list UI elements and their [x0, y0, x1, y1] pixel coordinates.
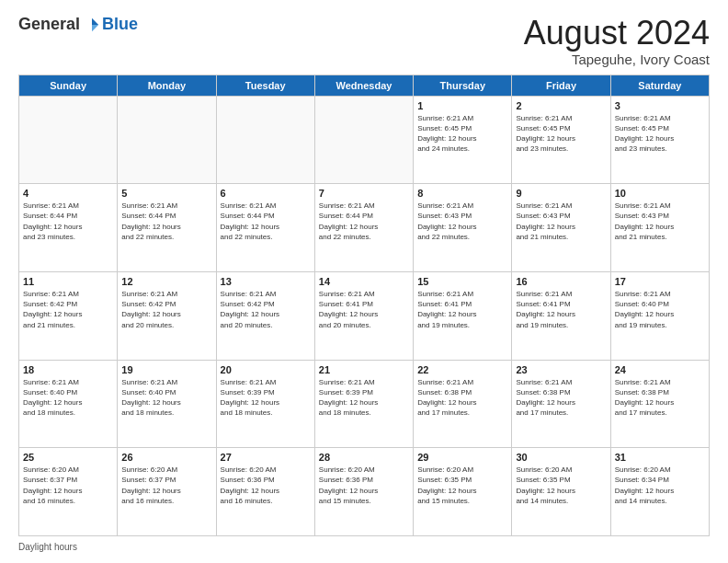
day-number: 30 — [516, 452, 606, 463]
day-info: Sunrise: 6:21 AM Sunset: 6:40 PM Dayligh… — [23, 377, 113, 419]
day-info: Sunrise: 6:21 AM Sunset: 6:42 PM Dayligh… — [121, 289, 211, 330]
calendar-cell: 16Sunrise: 6:21 AM Sunset: 6:41 PM Dayli… — [512, 271, 610, 360]
day-number: 2 — [516, 100, 606, 111]
day-number: 16 — [516, 276, 606, 287]
day-info: Sunrise: 6:21 AM Sunset: 6:38 PM Dayligh… — [615, 377, 705, 419]
calendar-cell: 14Sunrise: 6:21 AM Sunset: 6:41 PM Dayli… — [314, 271, 413, 360]
calendar-cell: 22Sunrise: 6:21 AM Sunset: 6:38 PM Dayli… — [414, 360, 512, 448]
calendar-cell: 27Sunrise: 6:20 AM Sunset: 6:36 PM Dayli… — [216, 448, 314, 536]
calendar-cell: 29Sunrise: 6:20 AM Sunset: 6:35 PM Dayli… — [414, 448, 512, 536]
day-number: 3 — [615, 100, 705, 111]
logo-icon — [84, 17, 100, 33]
day-info: Sunrise: 6:20 AM Sunset: 6:37 PM Dayligh… — [23, 465, 113, 506]
day-number: 12 — [121, 276, 211, 287]
calendar-week-5: 25Sunrise: 6:20 AM Sunset: 6:37 PM Dayli… — [19, 448, 710, 536]
day-number: 13 — [221, 276, 311, 287]
day-info: Sunrise: 6:21 AM Sunset: 6:44 PM Dayligh… — [319, 201, 409, 242]
calendar-cell: 28Sunrise: 6:20 AM Sunset: 6:36 PM Dayli… — [314, 448, 413, 536]
day-number: 9 — [516, 188, 606, 199]
day-info: Sunrise: 6:21 AM Sunset: 6:40 PM Dayligh… — [615, 289, 705, 330]
day-info: Sunrise: 6:20 AM Sunset: 6:36 PM Dayligh… — [319, 465, 409, 506]
day-number: 28 — [319, 452, 409, 463]
day-number: 8 — [417, 188, 507, 199]
day-number: 27 — [221, 452, 311, 463]
month-year: August 2024 — [524, 15, 710, 52]
calendar-cell: 6Sunrise: 6:21 AM Sunset: 6:44 PM Daylig… — [216, 184, 314, 272]
day-info: Sunrise: 6:21 AM Sunset: 6:39 PM Dayligh… — [221, 377, 311, 419]
calendar-cell: 20Sunrise: 6:21 AM Sunset: 6:39 PM Dayli… — [216, 360, 314, 448]
day-number: 26 — [121, 452, 211, 463]
calendar-cell: 8Sunrise: 6:21 AM Sunset: 6:43 PM Daylig… — [414, 184, 512, 272]
header: General Blue August 2024 Tapeguhe, Ivory… — [18, 15, 710, 67]
calendar-header-friday: Friday — [512, 75, 610, 96]
calendar-header-sunday: Sunday — [19, 75, 118, 96]
calendar-cell: 19Sunrise: 6:21 AM Sunset: 6:40 PM Dayli… — [118, 360, 216, 448]
day-info: Sunrise: 6:21 AM Sunset: 6:43 PM Dayligh… — [615, 201, 705, 242]
day-info: Sunrise: 6:21 AM Sunset: 6:39 PM Dayligh… — [319, 377, 409, 419]
calendar-cell: 11Sunrise: 6:21 AM Sunset: 6:42 PM Dayli… — [19, 271, 118, 360]
day-info: Sunrise: 6:21 AM Sunset: 6:41 PM Dayligh… — [417, 289, 507, 330]
calendar-cell: 30Sunrise: 6:20 AM Sunset: 6:35 PM Dayli… — [512, 448, 610, 536]
footer: Daylight hours — [18, 542, 710, 552]
page: General Blue August 2024 Tapeguhe, Ivory… — [0, 0, 728, 563]
day-info: Sunrise: 6:20 AM Sunset: 6:36 PM Dayligh… — [221, 465, 311, 506]
calendar-header-monday: Monday — [118, 75, 216, 96]
calendar-cell: 1Sunrise: 6:21 AM Sunset: 6:45 PM Daylig… — [414, 96, 512, 184]
calendar-cell: 10Sunrise: 6:21 AM Sunset: 6:43 PM Dayli… — [610, 184, 709, 272]
calendar-cell — [216, 96, 314, 184]
day-number: 17 — [615, 276, 705, 287]
calendar-cell: 4Sunrise: 6:21 AM Sunset: 6:44 PM Daylig… — [19, 184, 118, 272]
day-number: 20 — [221, 364, 311, 375]
day-info: Sunrise: 6:20 AM Sunset: 6:34 PM Dayligh… — [615, 465, 705, 506]
day-info: Sunrise: 6:21 AM Sunset: 6:38 PM Dayligh… — [516, 377, 606, 419]
day-number: 10 — [615, 188, 705, 199]
day-number: 25 — [23, 452, 113, 463]
day-number: 5 — [121, 188, 211, 199]
title-area: August 2024 Tapeguhe, Ivory Coast — [524, 15, 710, 67]
logo-blue: Blue — [102, 15, 138, 34]
calendar-cell: 2Sunrise: 6:21 AM Sunset: 6:45 PM Daylig… — [512, 96, 610, 184]
day-number: 7 — [319, 188, 409, 199]
calendar-header-wednesday: Wednesday — [314, 75, 413, 96]
calendar-week-2: 4Sunrise: 6:21 AM Sunset: 6:44 PM Daylig… — [19, 184, 710, 272]
day-number: 24 — [615, 364, 705, 375]
day-number: 21 — [319, 364, 409, 375]
day-info: Sunrise: 6:21 AM Sunset: 6:45 PM Dayligh… — [615, 113, 705, 155]
day-info: Sunrise: 6:21 AM Sunset: 6:41 PM Dayligh… — [319, 289, 409, 330]
day-info: Sunrise: 6:21 AM Sunset: 6:45 PM Dayligh… — [417, 113, 507, 155]
day-info: Sunrise: 6:21 AM Sunset: 6:38 PM Dayligh… — [417, 377, 507, 419]
day-info: Sunrise: 6:21 AM Sunset: 6:43 PM Dayligh… — [516, 201, 606, 242]
day-number: 6 — [221, 188, 311, 199]
calendar-cell: 26Sunrise: 6:20 AM Sunset: 6:37 PM Dayli… — [118, 448, 216, 536]
location: Tapeguhe, Ivory Coast — [524, 52, 710, 67]
calendar-header-thursday: Thursday — [414, 75, 512, 96]
calendar-cell: 9Sunrise: 6:21 AM Sunset: 6:43 PM Daylig… — [512, 184, 610, 272]
day-info: Sunrise: 6:21 AM Sunset: 6:44 PM Dayligh… — [121, 201, 211, 242]
day-number: 18 — [23, 364, 113, 375]
calendar-header-tuesday: Tuesday — [216, 75, 314, 96]
calendar-cell: 25Sunrise: 6:20 AM Sunset: 6:37 PM Dayli… — [19, 448, 118, 536]
day-info: Sunrise: 6:21 AM Sunset: 6:41 PM Dayligh… — [516, 289, 606, 330]
calendar-week-4: 18Sunrise: 6:21 AM Sunset: 6:40 PM Dayli… — [19, 360, 710, 448]
day-info: Sunrise: 6:21 AM Sunset: 6:42 PM Dayligh… — [23, 289, 113, 330]
day-number: 14 — [319, 276, 409, 287]
calendar-cell: 3Sunrise: 6:21 AM Sunset: 6:45 PM Daylig… — [610, 96, 709, 184]
calendar-cell — [314, 96, 413, 184]
day-number: 15 — [417, 276, 507, 287]
day-info: Sunrise: 6:20 AM Sunset: 6:35 PM Dayligh… — [516, 465, 606, 506]
calendar-cell: 13Sunrise: 6:21 AM Sunset: 6:42 PM Dayli… — [216, 271, 314, 360]
calendar-cell: 18Sunrise: 6:21 AM Sunset: 6:40 PM Dayli… — [19, 360, 118, 448]
day-info: Sunrise: 6:21 AM Sunset: 6:43 PM Dayligh… — [417, 201, 507, 242]
calendar-cell: 12Sunrise: 6:21 AM Sunset: 6:42 PM Dayli… — [118, 271, 216, 360]
day-number: 1 — [417, 100, 507, 111]
day-info: Sunrise: 6:21 AM Sunset: 6:44 PM Dayligh… — [23, 201, 113, 242]
logo-general: General — [18, 15, 80, 34]
calendar-week-1: 1Sunrise: 6:21 AM Sunset: 6:45 PM Daylig… — [19, 96, 710, 184]
day-number: 23 — [516, 364, 606, 375]
calendar-cell: 5Sunrise: 6:21 AM Sunset: 6:44 PM Daylig… — [118, 184, 216, 272]
day-info: Sunrise: 6:21 AM Sunset: 6:42 PM Dayligh… — [221, 289, 311, 330]
svg-marker-1 — [92, 25, 98, 31]
calendar-cell: 17Sunrise: 6:21 AM Sunset: 6:40 PM Dayli… — [610, 271, 709, 360]
calendar-table: SundayMondayTuesdayWednesdayThursdayFrid… — [18, 75, 710, 536]
calendar-header-row: SundayMondayTuesdayWednesdayThursdayFrid… — [19, 75, 710, 96]
